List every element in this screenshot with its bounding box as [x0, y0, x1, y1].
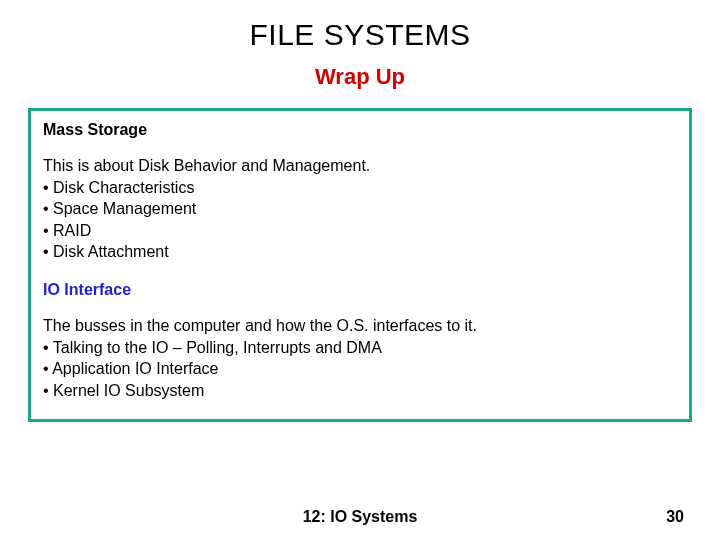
slide-footer: 12: IO Systems 30: [0, 508, 720, 526]
section-intro: The busses in the computer and how the O…: [43, 315, 677, 337]
bullet-item: • Disk Attachment: [43, 241, 677, 263]
page-number: 30: [666, 508, 684, 526]
footer-center: 12: IO Systems: [303, 508, 418, 526]
section-body-io-interface: The busses in the computer and how the O…: [43, 315, 677, 401]
content-box: Mass Storage This is about Disk Behavior…: [28, 108, 692, 422]
bullet-item: • Space Management: [43, 198, 677, 220]
bullet-item: • Talking to the IO – Polling, Interrupt…: [43, 337, 677, 359]
section-heading-mass-storage: Mass Storage: [43, 121, 677, 139]
section-body-mass-storage: This is about Disk Behavior and Manageme…: [43, 155, 677, 263]
bullet-item: • Disk Characteristics: [43, 177, 677, 199]
section-heading-io-interface: IO Interface: [43, 281, 677, 299]
slide-subtitle: Wrap Up: [28, 64, 692, 90]
bullet-item: • Application IO Interface: [43, 358, 677, 380]
slide: FILE SYSTEMS Wrap Up Mass Storage This i…: [0, 0, 720, 540]
slide-title: FILE SYSTEMS: [28, 18, 692, 52]
bullet-item: • Kernel IO Subsystem: [43, 380, 677, 402]
bullet-item: • RAID: [43, 220, 677, 242]
section-intro: This is about Disk Behavior and Manageme…: [43, 155, 677, 177]
